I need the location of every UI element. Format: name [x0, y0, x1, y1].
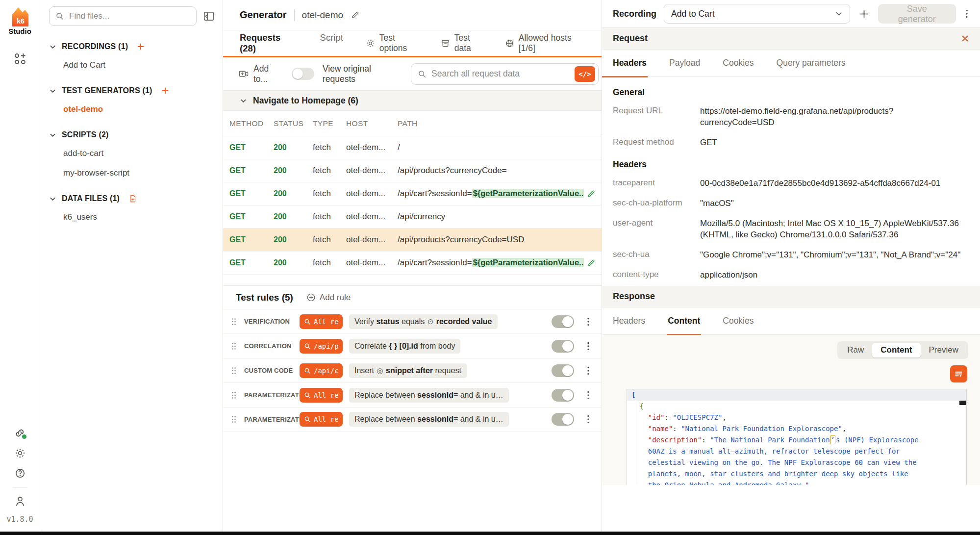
- request-group-header[interactable]: Navigate to Homepage (6): [223, 91, 602, 111]
- find-files-input[interactable]: [69, 11, 190, 21]
- request-row[interactable]: GET 200 fetch otel-dem... /api/cart?sess…: [223, 252, 602, 275]
- brand-studio-label: Studio: [6, 27, 34, 35]
- drag-handle-icon[interactable]: [231, 342, 244, 351]
- sidebar-section-header[interactable]: DATA FILES (1): [40, 190, 223, 207]
- sidebar-section-header[interactable]: SCRIPTS (2): [40, 126, 223, 144]
- globe-icon: [505, 39, 514, 48]
- k6-studio-logo: k6 Studio: [6, 6, 34, 35]
- request-tab-cookies[interactable]: Cookies: [722, 50, 754, 76]
- find-files-search[interactable]: [49, 6, 197, 26]
- request-row[interactable]: GET 200 fetch otel-dem... /: [223, 136, 602, 159]
- request-tab-headers[interactable]: Headers: [602, 50, 648, 76]
- save-generator-button[interactable]: Save generator: [878, 4, 956, 24]
- response-json-viewer[interactable]: [ { "id": "OLJCESPC7Z", "name": "Nationa…: [627, 389, 967, 485]
- kebab-menu-icon[interactable]: [585, 339, 592, 353]
- detail-row: user-agent Mozilla/5.0 (Macintosh; Intel…: [613, 214, 969, 245]
- rule-row[interactable]: PARAMETERIZATION All re… Replace between…: [223, 382, 602, 407]
- view-mode-content[interactable]: Content: [872, 343, 920, 357]
- proxy-link-icon[interactable]: [14, 427, 26, 439]
- request-search-input[interactable]: [431, 69, 570, 79]
- request-search-box[interactable]: </>: [411, 63, 599, 85]
- snippet-icon: ◎: [376, 366, 383, 375]
- rule-row[interactable]: CORRELATION /api/p… Correlate { } [0].id…: [223, 333, 602, 358]
- detail-value: GET: [700, 137, 969, 149]
- generator-header: Generator otel-demo: [223, 0, 602, 30]
- generator-tabbar: Requests (28)Script Test options Test da…: [223, 30, 602, 57]
- sidebar-section-header[interactable]: TEST GENERATORS (1): [40, 82, 223, 100]
- rule-row[interactable]: CUSTOM CODE /api/c… Insert ◎ snippet aft…: [223, 358, 602, 382]
- recording-label: Recording: [613, 9, 656, 19]
- proxy-status-dot: [22, 434, 27, 439]
- rule-row[interactable]: PARAMETERIZATION All re… Replace between…: [223, 407, 602, 432]
- sidebar-item-my-browser-script[interactable]: my-browser-script: [40, 163, 223, 183]
- drag-handle-icon[interactable]: [231, 317, 244, 326]
- sidebar-section-header[interactable]: RECORDINGS (1): [40, 38, 223, 55]
- kebab-menu-icon[interactable]: [585, 364, 592, 378]
- kebab-menu-icon[interactable]: [585, 412, 592, 426]
- close-icon[interactable]: [961, 34, 969, 43]
- settings-gear-icon[interactable]: [14, 447, 26, 459]
- apps-grid-icon[interactable]: [13, 52, 27, 68]
- test-data-button[interactable]: Test data: [441, 33, 488, 53]
- rule-toggle[interactable]: [552, 413, 574, 426]
- request-row[interactable]: GET 200 fetch otel-dem... /api/products?…: [223, 229, 602, 252]
- svg-text:k6: k6: [17, 17, 25, 25]
- kebab-menu-icon[interactable]: [585, 388, 592, 402]
- file-plus-icon[interactable]: [128, 194, 137, 203]
- wrap-lines-button[interactable]: [950, 365, 967, 382]
- sidebar-item-k6-users[interactable]: k6_users: [40, 207, 223, 227]
- request-tab-query-parameters[interactable]: Query parameters: [776, 50, 847, 76]
- sidebar-section: RECORDINGS (1) Add to Cart: [40, 38, 223, 75]
- rule-row[interactable]: VERIFICATION All re… Verify status equal…: [223, 309, 602, 333]
- help-icon[interactable]: [14, 467, 26, 480]
- view-mode-raw[interactable]: Raw: [839, 343, 872, 357]
- add-to-button[interactable]: Add to...: [239, 64, 283, 84]
- tab-script[interactable]: Script: [320, 32, 343, 54]
- response-tab-content[interactable]: Content: [667, 307, 701, 334]
- drag-handle-icon[interactable]: [231, 391, 244, 400]
- drag-handle-icon[interactable]: [231, 366, 244, 375]
- rule-toggle[interactable]: [552, 340, 574, 353]
- rule-toggle[interactable]: [552, 315, 574, 328]
- profile-icon[interactable]: [14, 495, 26, 508]
- add-icon[interactable]: [161, 87, 169, 95]
- file-sidebar: RECORDINGS (1) Add to Cart TEST GENERATO…: [40, 0, 223, 532]
- recording-select[interactable]: Add to Cart: [664, 4, 850, 24]
- header-rows: traceparent 00-0cd38e0e1a71f7de2855bc0e4…: [613, 174, 969, 286]
- add-rule-button[interactable]: Add rule: [306, 293, 351, 303]
- tab-requests-28-[interactable]: Requests (28): [240, 32, 298, 54]
- view-original-toggle[interactable]: [292, 68, 314, 80]
- add-recording-button[interactable]: [857, 7, 871, 21]
- request-tab-payload[interactable]: Payload: [668, 50, 701, 76]
- response-tab-headers[interactable]: Headers: [602, 307, 646, 334]
- drag-handle-icon[interactable]: [231, 415, 244, 424]
- collapse-sidebar-icon[interactable]: [202, 9, 216, 23]
- box-icon: [441, 39, 450, 48]
- edit-parameter-icon[interactable]: [584, 189, 596, 198]
- search-icon: [304, 318, 311, 325]
- request-row[interactable]: GET 200 fetch otel-dem... /api/currency: [223, 205, 602, 229]
- test-options-button[interactable]: Test options: [366, 33, 424, 53]
- request-row[interactable]: GET 200 fetch otel-dem... /api/cart?sess…: [223, 182, 602, 205]
- request-row[interactable]: GET 200 fetch otel-dem... /api/products?…: [223, 159, 602, 182]
- allowed-hosts-1-6--button[interactable]: Allowed hosts [1/6]: [505, 33, 589, 53]
- rule-toggle[interactable]: [552, 364, 574, 377]
- sidebar-item-otel-demo[interactable]: otel-demo: [40, 100, 223, 119]
- test-rules-section: Test rules (5) Add rule VERIFICATION All…: [223, 285, 602, 432]
- rename-generator-icon[interactable]: [351, 10, 360, 20]
- rule-summary-chip: Replace between sessionId= and & in u…: [349, 412, 509, 427]
- add-icon[interactable]: [137, 43, 145, 51]
- kebab-menu-icon[interactable]: [963, 7, 970, 21]
- requests-table-body: GET 200 fetch otel-dem... / GET 200 fetc…: [223, 136, 602, 275]
- rule-toggle[interactable]: [552, 389, 574, 402]
- edit-parameter-icon[interactable]: [584, 258, 596, 267]
- window-bottom-edge: [0, 532, 980, 535]
- sidebar-item-add-to-cart[interactable]: Add to Cart: [40, 55, 223, 75]
- sidebar-item-add-to-cart[interactable]: add-to-cart: [40, 144, 223, 163]
- kebab-menu-icon[interactable]: [585, 315, 592, 329]
- scrollbar-thumb[interactable]: [959, 401, 966, 405]
- response-tab-cookies[interactable]: Cookies: [722, 307, 754, 334]
- view-mode-preview[interactable]: Preview: [921, 343, 967, 357]
- code-search-button[interactable]: </>: [575, 66, 595, 82]
- detail-value: Mozilla/5.0 (Macintosh; Intel Mac OS X 1…: [700, 218, 969, 241]
